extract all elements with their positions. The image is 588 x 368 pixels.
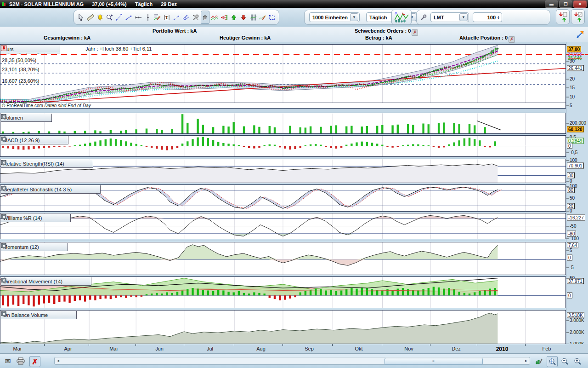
window-icon[interactable]: [74, 278, 80, 284]
multi-lines-icon: [249, 14, 257, 21]
scale-value-volumen: 60.120: [567, 126, 584, 132]
scrollbar-thumb[interactable]: ≡: [384, 358, 483, 365]
tool-trendline[interactable]: [114, 11, 124, 24]
tool-arrow-down[interactable]: [239, 11, 248, 24]
chart-style-button[interactable]: [391, 10, 412, 25]
tool-cursor[interactable]: [76, 11, 85, 24]
units-select[interactable]: 1000 Einheiten▼: [309, 12, 360, 22]
wrench-icon[interactable]: [42, 137, 48, 143]
position-disabled-icon: ✗: [509, 36, 515, 43]
wrench-icon[interactable]: [25, 115, 32, 121]
sell-buy-order-button[interactable]: [556, 9, 570, 24]
month-label: Jun: [155, 346, 164, 351]
wrench-icon[interactable]: [65, 278, 71, 284]
printer-icon[interactable]: [16, 356, 26, 366]
time-axis[interactable]: MärAprMaiJunJulAugSepOktNovDez2010Feb: [0, 344, 588, 353]
month-label: Sep: [305, 346, 314, 351]
chart-settings-icon[interactable]: [534, 356, 544, 366]
window-icon[interactable]: [34, 115, 40, 121]
portfolio-infobar: Portfolio Wert : kA Schwebende Orders : …: [0, 27, 588, 42]
tool-multi-lines[interactable]: [249, 11, 258, 24]
tool-trash[interactable]: [201, 11, 210, 24]
mail-icon[interactable]: ✉: [3, 356, 13, 366]
close-icon[interactable]: [91, 186, 98, 192]
tool-segment[interactable]: [124, 11, 133, 24]
scale-value-obv: 3.000K: [570, 318, 584, 323]
close-position-button[interactable]: [571, 9, 585, 24]
dotted-segment-icon: [173, 14, 180, 21]
close-icon[interactable]: [59, 137, 66, 143]
close-icon[interactable]: [43, 115, 49, 121]
close-icon[interactable]: [82, 278, 89, 284]
tool-horizontal-line[interactable]: [134, 11, 143, 24]
tool-forecast[interactable]: [153, 11, 162, 24]
tool-zoom-tool[interactable]: [105, 11, 114, 24]
scale-value-stoch: 20: [567, 203, 575, 209]
close-icon[interactable]: [34, 46, 40, 52]
wrench-icon[interactable]: [16, 46, 23, 52]
close-icon[interactable]: [84, 161, 90, 167]
price-scale-column[interactable]: 37,0034,91335,6463026,4412015105200.0006…: [566, 42, 588, 353]
axis-tick: [332, 344, 333, 346]
scroll-left-icon[interactable]: ◄: [55, 358, 61, 364]
downbtn-icon[interactable]: [51, 46, 57, 52]
wrench-icon[interactable]: [44, 215, 51, 221]
delete-drawings-button[interactable]: ✗: [29, 356, 40, 367]
tool-settings-tools[interactable]: [191, 11, 200, 24]
zoom-in-icon[interactable]: [572, 356, 582, 366]
spinner-arrows-icon[interactable]: ▲▼: [497, 16, 500, 19]
order-type-select[interactable]: LMT▼: [430, 12, 469, 22]
close-icon[interactable]: [59, 244, 65, 250]
scale-value-kurs: 26,441: [567, 65, 584, 71]
tool-parallel-lines[interactable]: [181, 11, 191, 24]
chevron-down-icon: ▼: [350, 13, 358, 21]
settings-tools-icon: [192, 14, 199, 21]
upbtn-icon[interactable]: [42, 46, 49, 52]
window-icon[interactable]: [53, 215, 59, 221]
scroll-right-icon[interactable]: ►: [523, 358, 529, 364]
wrench-icon[interactable]: [420, 14, 427, 20]
close-button[interactable]: ✕: [573, 0, 587, 8]
wrench-icon[interactable]: [41, 244, 48, 250]
close-icon[interactable]: [68, 312, 74, 318]
window-icon[interactable]: [50, 244, 57, 250]
panel-header-rsi: Relative Strength(RSI) (14): [1, 160, 93, 168]
minimize-button[interactable]: ▬: [545, 0, 558, 8]
title-price: 37,00 (+5,44%): [92, 1, 127, 7]
window-icon[interactable]: [25, 46, 31, 52]
window-icon[interactable]: [83, 186, 89, 192]
tool-vertical-line[interactable]: [143, 11, 153, 24]
close-icon[interactable]: [62, 215, 68, 221]
panel-header-volumen: Volumen: [1, 114, 52, 122]
tool-freehand[interactable]: [258, 11, 267, 24]
tool-fan[interactable]: [220, 11, 229, 24]
zoom-out-icon[interactable]: [560, 356, 570, 366]
app-logo-icon: [2, 2, 6, 6]
wrench-icon[interactable]: [50, 312, 57, 318]
tool-alarm[interactable]: [96, 11, 105, 24]
window-icon[interactable]: [51, 137, 57, 143]
tool-ruler[interactable]: [86, 11, 95, 24]
wrench-icon[interactable]: [67, 161, 73, 167]
window-icon[interactable]: [75, 161, 82, 167]
zoom-fit-button[interactable]: [547, 356, 558, 367]
restore-button[interactable]: ❐: [559, 0, 572, 8]
tool-zigzag[interactable]: [210, 11, 219, 24]
scale-value-rsi: 70,901: [567, 163, 584, 169]
quantity-stepper[interactable]: 100▲▼: [473, 12, 502, 22]
trash-icon: [201, 14, 209, 21]
tool-dotted-segment[interactable]: [172, 11, 181, 24]
tool-arrow-up[interactable]: [229, 11, 238, 24]
tool-text[interactable]: T: [162, 11, 171, 24]
window-icon[interactable]: [59, 312, 65, 318]
month-label: Aug: [256, 346, 266, 351]
scale-value-momentum: 5: [570, 248, 572, 253]
arrow-up-icon: [230, 14, 237, 21]
detach-window-icon[interactable]: [576, 30, 584, 39]
order-arrows-icon: [573, 12, 582, 23]
horizontal-scrollbar[interactable]: ◄ ≡ ►: [54, 357, 530, 365]
axis-tick: [234, 344, 234, 346]
panel-stoch: Geglätteter Stochastik (14 3 5): [0, 184, 566, 212]
wrench-icon[interactable]: [74, 186, 80, 192]
tool-rectangle[interactable]: [267, 11, 277, 24]
